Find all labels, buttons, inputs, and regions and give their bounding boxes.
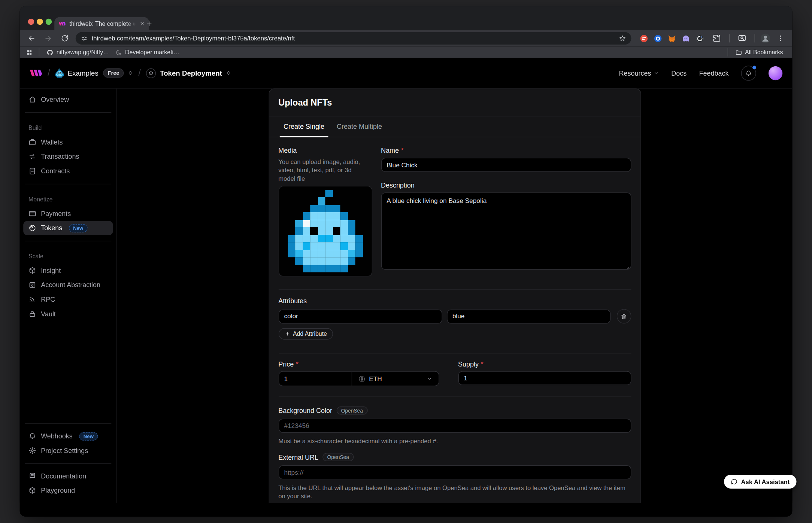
team-avatar bbox=[55, 69, 64, 77]
ask-ai-assistant-button[interactable]: Ask AI Assistant bbox=[724, 475, 796, 489]
background-color-input[interactable] bbox=[278, 419, 631, 433]
sidebar-item-contracts[interactable]: Contracts bbox=[23, 164, 113, 178]
sidebar-item-playground[interactable]: Playground bbox=[23, 483, 113, 497]
address-bar[interactable]: thirdweb.com/team/examples/Token-Deploym… bbox=[76, 32, 631, 45]
window-close-button[interactable] bbox=[28, 19, 34, 25]
book-icon bbox=[28, 472, 36, 480]
forward-button[interactable] bbox=[44, 34, 52, 42]
extensions-puzzle-icon[interactable] bbox=[712, 34, 721, 43]
notifications-button[interactable] bbox=[741, 66, 756, 80]
resize-grip-icon[interactable] bbox=[624, 265, 630, 270]
sidebar-item-overview[interactable]: Overview bbox=[23, 92, 113, 106]
resources-label: Resources bbox=[619, 69, 651, 77]
user-avatar[interactable] bbox=[769, 66, 782, 80]
feedback-link[interactable]: Feedback bbox=[699, 69, 728, 77]
ext-red-extension-icon[interactable] bbox=[640, 34, 649, 43]
all-bookmarks-button[interactable]: All Bookmarks bbox=[732, 48, 786, 57]
add-attribute-button[interactable]: Add Attribute bbox=[278, 328, 333, 340]
sidebar-item-account-abstraction[interactable]: Account Abstraction bbox=[23, 278, 113, 292]
tab-create-multiple[interactable]: Create Multiple bbox=[331, 116, 387, 137]
external-url-input[interactable] bbox=[278, 465, 631, 479]
toolbar-separator bbox=[729, 34, 730, 42]
window-zoom-button[interactable] bbox=[46, 19, 52, 25]
ext-ghost-extension-icon[interactable] bbox=[682, 34, 691, 43]
gear-icon bbox=[28, 447, 36, 454]
price-input-group: ETH bbox=[278, 371, 439, 386]
sidebar-item-transactions[interactable]: Transactions bbox=[23, 150, 113, 164]
bookmark-item[interactable]: Developer marketi… bbox=[112, 48, 183, 57]
currency-select[interactable]: ETH bbox=[352, 372, 439, 386]
resources-menu[interactable]: Resources bbox=[619, 69, 659, 77]
chat-bubble-icon bbox=[731, 478, 737, 485]
ext-fox-extension-icon[interactable] bbox=[667, 34, 676, 43]
swap-icon bbox=[28, 153, 36, 161]
name-input[interactable] bbox=[381, 158, 631, 172]
tab-title: thirdweb: The complete web3 bbox=[69, 21, 136, 27]
sidebar-item-label: Insight bbox=[41, 267, 61, 274]
github-icon bbox=[46, 49, 53, 56]
bookmark-star-icon[interactable] bbox=[619, 35, 626, 42]
app-navbar: / Examples Free / Token Deployment Resou… bbox=[20, 58, 793, 89]
sidebar-item-rpc[interactable]: RPC bbox=[23, 292, 113, 306]
navbar-right: Resources Docs Feedback bbox=[619, 66, 782, 80]
price-label: Price* bbox=[278, 360, 439, 368]
refresh-button[interactable] bbox=[61, 34, 69, 42]
sidebar-divider bbox=[25, 241, 111, 241]
bell-icon bbox=[745, 70, 752, 76]
browser-profile-avatar[interactable] bbox=[760, 33, 771, 43]
browser-tab[interactable]: thirdweb: The complete web3 bbox=[54, 17, 149, 30]
project-switcher-icon[interactable] bbox=[225, 69, 231, 76]
notification-dot bbox=[752, 66, 756, 69]
sidebar-item-label: Contracts bbox=[41, 167, 70, 175]
attribute-value-input[interactable] bbox=[447, 309, 610, 323]
nft-media-preview[interactable] bbox=[278, 186, 372, 276]
bookmark-item[interactable]: niftyswap.gg/Nifty… bbox=[43, 48, 112, 57]
sidebar-item-wallets[interactable]: Wallets bbox=[23, 135, 113, 149]
site-info-icon[interactable] bbox=[81, 35, 88, 42]
back-button[interactable] bbox=[27, 34, 36, 42]
required-asterisk: * bbox=[296, 360, 299, 368]
new-tab-button[interactable] bbox=[146, 20, 153, 27]
file-icon bbox=[28, 167, 36, 175]
sidebar-item-label: Wallets bbox=[41, 138, 63, 146]
sidebar-section-monetize: Monetize bbox=[23, 196, 113, 203]
extension-icons bbox=[640, 34, 705, 43]
sidebar-item-label: Playground bbox=[41, 487, 75, 495]
attributes-section: Attributes Add Attribute bbox=[278, 290, 631, 353]
browser-toolbar: thirdweb.com/team/examples/Token-Deploym… bbox=[20, 30, 793, 46]
supply-input[interactable] bbox=[458, 371, 631, 385]
team-name[interactable]: Examples bbox=[68, 69, 99, 77]
sidebar-item-tokens[interactable]: TokensNew bbox=[23, 221, 113, 235]
docs-link[interactable]: Docs bbox=[671, 69, 687, 77]
sidebar-item-vault[interactable]: Vault bbox=[23, 307, 113, 321]
browser-menu-icon[interactable] bbox=[776, 34, 785, 42]
sidebar-item-label: RPC bbox=[41, 295, 55, 303]
window-minimize-button[interactable] bbox=[37, 19, 43, 25]
bookmarks-separator bbox=[39, 48, 39, 57]
sidebar-item-webhooks[interactable]: WebhooksNew bbox=[23, 429, 113, 443]
tab-search-icon[interactable] bbox=[737, 34, 747, 43]
docs-label: Docs bbox=[671, 69, 687, 77]
attribute-name-input[interactable] bbox=[278, 309, 442, 323]
price-amount-input[interactable] bbox=[279, 372, 352, 386]
tab-close-icon[interactable] bbox=[139, 21, 145, 26]
thirdweb-logo[interactable] bbox=[30, 69, 43, 77]
sidebar-item-insight[interactable]: Insight bbox=[23, 264, 113, 277]
sidebar: OverviewBuildWalletsTransactionsContract… bbox=[20, 88, 117, 503]
nft-pixel-art-image bbox=[288, 190, 363, 273]
ext-dark-extension-icon[interactable] bbox=[696, 34, 705, 43]
media-name-row: Media You can upload image, audio, video… bbox=[278, 146, 631, 290]
ext-blue-extension-icon[interactable] bbox=[654, 34, 663, 43]
sidebar-item-project-settings[interactable]: Project Settings bbox=[23, 444, 113, 457]
sidebar-section-build: Build bbox=[23, 125, 113, 131]
apps-grid-icon[interactable] bbox=[26, 49, 33, 56]
team-switcher-icon[interactable] bbox=[127, 69, 133, 76]
delete-attribute-button[interactable] bbox=[616, 309, 631, 323]
card-header: Upload NFTs bbox=[269, 89, 640, 116]
sidebar-item-documentation[interactable]: Documentation bbox=[23, 469, 113, 483]
sidebar-item-payments[interactable]: Payments bbox=[23, 207, 113, 221]
project-name[interactable]: Token Deployment bbox=[160, 69, 222, 77]
coin-icon bbox=[28, 224, 36, 232]
description-input[interactable] bbox=[381, 192, 631, 270]
tab-create-single[interactable]: Create Single bbox=[278, 116, 330, 137]
